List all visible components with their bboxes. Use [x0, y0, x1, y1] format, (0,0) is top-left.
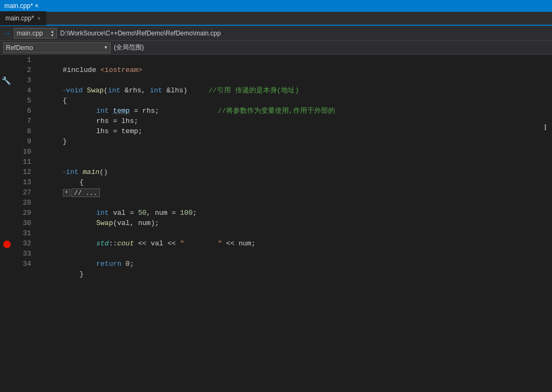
code-line-28: int val = 50, num = 100; [38, 198, 552, 208]
code-line-31: std::cout << val << " " << num; [38, 228, 552, 238]
line-num-34: 34 [12, 259, 31, 269]
line-num-6: 6 [12, 106, 31, 116]
scope-dropdown-arrow-icon: ▼ [104, 45, 108, 50]
scope-project-text: RefDemo [6, 44, 103, 52]
line-num-12: 12 [12, 167, 31, 177]
code-line-34: } [38, 259, 552, 269]
code-line-30 [38, 218, 552, 228]
toolbar-nav: → [0, 29, 14, 38]
code-line-29: Swap(val, num); [38, 208, 552, 218]
code-line-3: −void Swap(int &rhs, int &lhs) //引用 传递的是… [38, 75, 552, 85]
code-line-10 [38, 147, 552, 157]
editor: 🔧 1 2 3 4 5 6 7 8 9 10 11 12 13 27 28 29… [0, 55, 552, 392]
line-num-33: 33 [12, 249, 31, 259]
scope-project-dropdown[interactable]: RefDemo ▼ [3, 42, 111, 53]
code-line-33: return 0; [38, 249, 552, 259]
code-line-2 [38, 65, 552, 75]
nav-arrow-icon[interactable]: → [3, 29, 11, 38]
line-num-27: 27 [12, 187, 31, 198]
wrench-icon: 🔧 [2, 76, 11, 85]
line-num-28: 28 [12, 198, 31, 208]
code-area: #include <iostream> −void Swap(int &rhs,… [35, 55, 552, 392]
title-text: main.cpp* × [4, 2, 39, 10]
line-num-32: 32 [12, 238, 31, 249]
file-path: D:\WorkSource\C++Demo\RefDemo\RefDemo\ma… [57, 30, 552, 37]
scope-label: (全局范围) [111, 43, 147, 52]
file-dropdown-text: main.cpp [17, 30, 49, 37]
line-num-7: 7 [12, 116, 31, 126]
code-line-8: } [38, 126, 552, 136]
line-numbers: 1 2 3 4 5 6 7 8 9 10 11 12 13 27 28 29 3… [12, 55, 35, 392]
line-num-11: 11 [12, 157, 31, 167]
line-num-3: 3 [12, 75, 31, 85]
scope-bar: RefDemo ▼ (全局范围) [0, 41, 552, 55]
code-line-9 [38, 136, 552, 147]
line-num-29: 29 [12, 208, 31, 218]
line-num-5: 5 [12, 96, 31, 106]
line-num-4: 4 [12, 85, 31, 96]
line-num-30: 30 [12, 218, 31, 228]
file-dropdown[interactable]: main.cpp ▲▼ [14, 28, 57, 39]
line-num-10: 10 [12, 147, 31, 157]
line-num-8: 8 [12, 126, 31, 136]
toolbar: → main.cpp ▲▼ D:\WorkSource\C++Demo\RefD… [0, 26, 552, 41]
line-num-9: 9 [12, 136, 31, 147]
code-line-11: −int main() [38, 157, 552, 167]
code-line-12: { [38, 167, 552, 177]
tab-main-cpp[interactable]: main.cpp* × [0, 11, 46, 25]
code-line-27 [38, 187, 552, 198]
line-num-2: 2 [12, 65, 31, 75]
gutter-icons: 🔧 [0, 55, 12, 392]
code-line-6: rhs = lhs; [38, 106, 552, 116]
tab-close-button[interactable]: × [37, 15, 40, 21]
code-line-4: { [38, 85, 552, 96]
tab-label: main.cpp* [5, 14, 34, 22]
line-num-31: 31 [12, 228, 31, 238]
title-bar: main.cpp* × [0, 0, 552, 12]
file-dropdown-arrows: ▲▼ [50, 30, 54, 37]
tab-bar: main.cpp* × [0, 12, 552, 26]
line-num-13: 13 [12, 177, 31, 187]
code-line-32 [38, 238, 552, 249]
code-line-1: #include <iostream> [38, 55, 552, 65]
code-line-5: int temp = rhs; //将参数作为变量使用,作用于外部的 [38, 96, 552, 106]
line-num-1: 1 [12, 55, 31, 65]
code-line-13: +// ... [38, 177, 552, 187]
code-line-7: lhs = temp; [38, 116, 552, 126]
